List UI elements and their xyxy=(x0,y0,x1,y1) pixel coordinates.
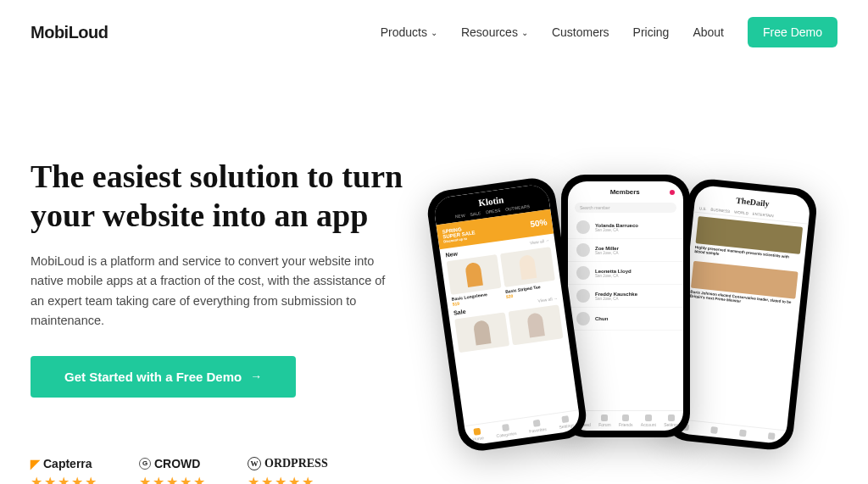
hero-section: The easiest solution to turn your websit… xyxy=(0,64,868,484)
logo[interactable]: MobiLoud xyxy=(31,23,108,42)
phone2-header: xMembers xyxy=(568,181,683,199)
chevron-down-icon: ⌄ xyxy=(521,28,528,37)
review-wordpress: WORDPRESS ★★★★★ xyxy=(248,457,328,484)
hero-title: The easiest solution to turn your websit… xyxy=(31,158,403,235)
review-logos: ◤Capterra ★★★★★ GCROWD ★★★★★ WORDPRESS ★… xyxy=(31,457,403,484)
member-row: Yolanda BarruecoSan Jose, CA xyxy=(568,216,683,239)
notification-dot-icon xyxy=(670,190,675,195)
wordpress-icon: W xyxy=(248,457,261,470)
member-row: Chun xyxy=(568,308,683,331)
nav-resources[interactable]: Resources⌄ xyxy=(461,25,528,39)
phone2-search: Search member xyxy=(575,203,676,213)
phone-mockups: Klotin NEWSALEDRESSOUTWEARS SPRINGSUPER … xyxy=(442,175,815,484)
nav-customers[interactable]: Customers xyxy=(552,25,609,39)
hero-description: MobiLoud is a platform and service to co… xyxy=(31,252,387,331)
product-card: Basic Striped Tee$20 xyxy=(500,247,557,299)
main-nav: Products⌄ Resources⌄ Customers Pricing A… xyxy=(381,17,837,47)
capterra-logo: ◤Capterra xyxy=(31,457,98,470)
avatar-icon xyxy=(576,289,590,303)
header: MobiLoud Products⌄ Resources⌄ Customers … xyxy=(0,0,868,64)
product-card xyxy=(509,304,564,345)
phone1-navbar: Home Categories Favorites Settings xyxy=(465,409,581,446)
free-demo-button[interactable]: Free Demo xyxy=(748,17,837,47)
g2crowd-logo: GCROWD xyxy=(139,457,207,470)
member-row: Freddy KauschkeSan Jose, CA xyxy=(568,285,683,308)
hero-content: The easiest solution to turn your websit… xyxy=(31,158,403,484)
nav-products-label: Products xyxy=(381,25,427,39)
chevron-down-icon: ⌄ xyxy=(431,28,437,37)
avatar-icon xyxy=(576,266,590,280)
nav-products[interactable]: Products⌄ xyxy=(381,25,437,39)
product-card: Basic Longsleeve$19 xyxy=(447,254,504,307)
review-capterra: ◤Capterra ★★★★★ xyxy=(31,457,98,484)
cta-label: Get Started with a Free Demo xyxy=(64,370,242,384)
nav-pricing[interactable]: Pricing xyxy=(633,25,670,39)
avatar-icon xyxy=(576,243,590,257)
star-rating: ★★★★★ xyxy=(31,474,98,484)
g2-icon: G xyxy=(139,458,151,470)
wordpress-logo: WORDPRESS xyxy=(248,457,328,470)
star-rating: ★★★★★ xyxy=(139,474,207,484)
avatar-icon xyxy=(576,312,590,325)
nav-resources-label: Resources xyxy=(461,25,518,39)
review-g2crowd: GCROWD ★★★★★ xyxy=(139,457,207,484)
member-row: Zoe MillerSan Jose, CA xyxy=(568,239,683,262)
member-row: Leonetta LloydSan Jose, CA xyxy=(568,262,683,285)
get-started-button[interactable]: Get Started with a Free Demo → xyxy=(31,356,296,398)
capterra-icon: ◤ xyxy=(31,457,40,470)
product-card xyxy=(454,312,509,353)
avatar-icon xyxy=(576,220,590,234)
hero-phones: Klotin NEWSALEDRESSOUTWEARS SPRINGSUPER … xyxy=(420,158,837,484)
arrow-right-icon: → xyxy=(250,370,262,383)
phone1-discount: 50% xyxy=(530,217,548,229)
star-rating: ★★★★★ xyxy=(248,474,328,484)
nav-about[interactable]: About xyxy=(693,25,724,39)
